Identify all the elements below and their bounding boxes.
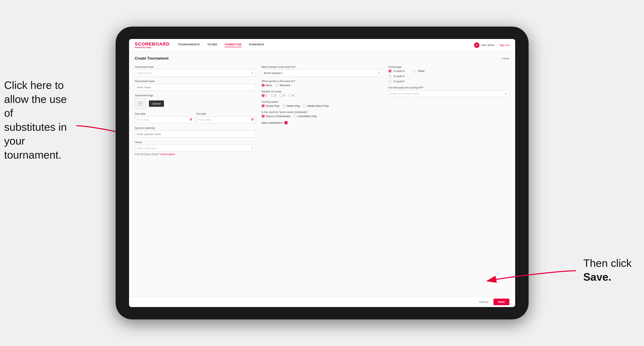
- gender-mens-radio[interactable]: [262, 84, 265, 87]
- scoring-medal-radio[interactable]: [303, 104, 306, 107]
- nav-item-teams[interactable]: TEAMS: [207, 43, 217, 47]
- venue-help: Can't find your venue? email support: [135, 153, 256, 156]
- round-2-label: 2: [274, 94, 276, 97]
- nav-item-committee[interactable]: COMMITTEE: [225, 43, 242, 47]
- gender-womens-label: Womens: [280, 84, 290, 87]
- round-4-radio[interactable]: [288, 94, 291, 97]
- venue-placeholder: Search golf club: [137, 147, 156, 150]
- nav-divider: |: [496, 43, 497, 47]
- format-5count4-radio[interactable]: [388, 69, 392, 73]
- scoring-api-select[interactable]: Select a scoring service ▼: [388, 90, 510, 97]
- gender-mens[interactable]: Mens: [262, 84, 272, 87]
- event-teams-radio[interactable]: [262, 115, 265, 118]
- scoring-match-label: Match Play: [287, 104, 300, 107]
- start-date-label: Start date: [135, 112, 194, 115]
- save-button[interactable]: Save: [494, 299, 510, 305]
- event-teams[interactable]: Teams (+Individuals): [262, 115, 290, 118]
- rounds-label: Number of rounds: [262, 90, 382, 93]
- event-individuals[interactable]: Individuals Only: [294, 115, 317, 118]
- format-6count4[interactable]: 6 count 4: [388, 75, 510, 78]
- round-3-label: 3: [284, 94, 285, 97]
- scoring-match[interactable]: Match Play: [283, 104, 300, 107]
- venue-dropdown-arrow-icon: ▼: [251, 147, 254, 150]
- round-1-radio[interactable]: [262, 94, 265, 97]
- event-type-radio-group: Teams (+Individuals) Individuals Only: [262, 115, 382, 118]
- scoring-api-label: Use third-party live scoring API?: [388, 86, 510, 89]
- image-icon: [138, 101, 143, 106]
- format-6count4-radio[interactable]: [388, 75, 392, 78]
- division-arrow-icon: ▼: [378, 72, 380, 74]
- format-6count5-radio[interactable]: [388, 80, 392, 83]
- footer-bar: Cancel Save: [129, 296, 515, 307]
- format-6count5[interactable]: 6 count 5: [388, 80, 510, 83]
- logo-brand: clippd: [146, 46, 151, 48]
- event-individuals-radio[interactable]: [294, 115, 297, 118]
- gender-womens-radio[interactable]: [276, 84, 278, 87]
- annotation-right: Then click Save.: [583, 256, 632, 284]
- tournament-host-group: Tournament Host Search team ▼: [135, 66, 256, 76]
- form-columns: Tournament Host Search team ▼ Tournament…: [135, 66, 510, 156]
- venue-input[interactable]: Search golf club ▼: [135, 145, 256, 152]
- sponsor-label: Sponsor (optional): [135, 127, 256, 130]
- round-4-label: 4: [292, 94, 294, 97]
- substitutes-item[interactable]: Allow substitutes?: [262, 121, 382, 124]
- page-header: Create Tournament < Back: [135, 56, 510, 61]
- scoring-radio-group: Stroke Play Match Play Medal Match Play: [262, 104, 382, 107]
- gender-group: Which gender is the event for? Mens Wome…: [262, 80, 382, 87]
- nav-item-tournaments[interactable]: TOURNAMENTS: [178, 43, 200, 47]
- page-content: Create Tournament < Back Tournament Host…: [129, 51, 515, 296]
- gender-womens[interactable]: Womens: [276, 84, 290, 87]
- rounds-radio-group: 1 2 3 4: [262, 94, 382, 97]
- tournament-logo-label: Tournament logo: [135, 94, 256, 97]
- division-input[interactable]: NCAA Division I ▼: [262, 69, 382, 76]
- calendar-icon-end: 📅: [251, 118, 254, 121]
- app-logo: SCOREBOARD Powered by clippd: [135, 42, 170, 48]
- scoring-medal[interactable]: Medal Match Play: [303, 104, 329, 107]
- scoring-stroke-radio[interactable]: [262, 104, 265, 107]
- email-support-link[interactable]: email support: [160, 153, 175, 156]
- round-1[interactable]: 1: [262, 94, 267, 97]
- round-1-label: 1: [266, 94, 267, 97]
- round-2-radio[interactable]: [270, 94, 274, 97]
- signout-link[interactable]: Sign out: [500, 43, 510, 47]
- event-type-group: Is this event for Teams and/or Individua…: [262, 111, 382, 118]
- cancel-button[interactable]: Cancel: [476, 299, 491, 305]
- tournament-name-input[interactable]: [135, 84, 256, 91]
- division-value: NCAA Division I: [264, 72, 283, 75]
- page-title: Create Tournament: [135, 56, 169, 61]
- round-3-radio[interactable]: [279, 94, 282, 97]
- start-date-placeholder: Pick a date: [137, 118, 149, 121]
- gender-mens-label: Mens: [266, 84, 272, 87]
- back-link[interactable]: < Back: [501, 57, 509, 60]
- upload-button[interactable]: Upload: [149, 100, 164, 107]
- scoring-match-radio[interactable]: [283, 104, 286, 107]
- venue-label: Venue: [135, 141, 256, 144]
- round-4[interactable]: 4: [288, 94, 294, 97]
- substitutes-checkbox[interactable]: [284, 121, 288, 124]
- round-3[interactable]: 3: [279, 94, 285, 97]
- form-section-col3: Format type 5 count 4 Other: [388, 66, 510, 156]
- format-6count4-label: 6 count 4: [394, 75, 405, 78]
- format-5count4-label: 5 count 4: [394, 69, 405, 73]
- start-date-input[interactable]: Pick a date 📅: [135, 116, 194, 123]
- format-5count4[interactable]: 5 count 4: [388, 69, 405, 73]
- tournament-name-group: Tournament name: [135, 80, 256, 91]
- tournament-name-label: Tournament name: [135, 80, 256, 83]
- scoring-api-placeholder: Select a scoring service: [391, 92, 419, 95]
- round-2[interactable]: 2: [270, 94, 276, 97]
- end-date-input[interactable]: Pick a date 📅: [196, 116, 256, 123]
- format-other-radio[interactable]: [413, 69, 416, 73]
- format-other[interactable]: Other: [413, 69, 425, 73]
- scoring-stroke[interactable]: Stroke Play: [262, 104, 279, 107]
- avatar: B: [474, 42, 480, 48]
- nav-items: TOURNAMENTS TEAMS COMMITTEE RANKINGS: [178, 43, 474, 47]
- sponsor-input[interactable]: [135, 131, 256, 138]
- scoring-medal-label: Medal Match Play: [308, 104, 329, 107]
- tournament-host-input[interactable]: Search team ▼: [135, 69, 256, 76]
- division-label: Which division is the event for?: [262, 66, 382, 68]
- event-teams-label: Teams (+Individuals): [266, 115, 290, 118]
- scoring-system-label: Scoring system: [262, 100, 382, 103]
- sponsor-group: Sponsor (optional): [135, 127, 256, 138]
- logo-title: SCOREBOARD: [135, 42, 170, 46]
- nav-item-rankings[interactable]: RANKINGS: [249, 43, 264, 47]
